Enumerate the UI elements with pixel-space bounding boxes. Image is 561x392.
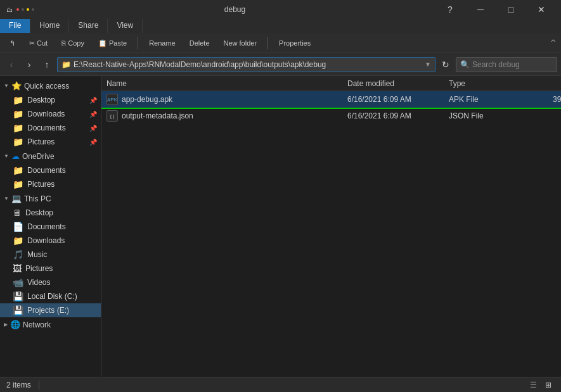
col-type-header[interactable]: Type	[449, 79, 525, 88]
minimize-button[interactable]: ─	[466, 0, 495, 19]
file-name: app-debug.apk	[122, 95, 172, 104]
file-date: 6/16/2021 6:09 AM	[347, 95, 449, 104]
sidebar-item-thispc-pictures[interactable]: 🖼 Pictures	[0, 262, 101, 275]
thispc-pictures-label: Pictures	[25, 264, 53, 273]
help-button[interactable]: ?	[435, 0, 465, 19]
col-date-header[interactable]: Date modified	[347, 79, 449, 88]
file-size: 1 KB	[525, 111, 561, 120]
up-button[interactable]: ↑	[39, 57, 55, 72]
ribbon: File Home Share View ↰ ✂ Cut ⎘ Copy 📋 Pa…	[0, 19, 561, 53]
json-file-icon: { }	[106, 110, 118, 122]
network-icon: 🌐	[10, 320, 20, 329]
sidebar: ▼ ⭐ Quick access 📁 Desktop 📌 📁 Downloads…	[0, 76, 101, 377]
documents-label: Documents	[27, 123, 66, 132]
thispc-music-icon: 🎵	[13, 250, 23, 260]
window-controls-right[interactable]: ? ─ □ ✕	[435, 0, 556, 19]
documents-pin-icon: 📌	[89, 125, 97, 132]
sidebar-item-downloads-quick[interactable]: 📁 Downloads 📌	[0, 107, 101, 121]
copy-button[interactable]: ⎘ Copy	[56, 37, 90, 49]
ribbon-divider2	[268, 37, 268, 49]
forward-button[interactable]: ›	[22, 57, 37, 72]
sidebar-item-local-disk[interactable]: 💾 Local Disk (C:)	[0, 289, 101, 303]
rename-button[interactable]: Rename	[143, 37, 181, 49]
cut-button[interactable]: ✂ Cut	[23, 37, 53, 50]
apk-file-icon: APK	[106, 94, 118, 105]
sidebar-section-network[interactable]: ▶ 🌐 Network	[0, 317, 101, 332]
sidebar-section-thispc[interactable]: ▼ 💻 This PC	[0, 191, 101, 206]
col-name-header[interactable]: Name	[106, 79, 347, 88]
sidebar-section-onedrive[interactable]: ▼ ☁ OneDrive	[0, 149, 101, 163]
ribbon-collapse[interactable]: ⌃	[549, 37, 557, 49]
sidebar-item-desktop-quick[interactable]: 📁 Desktop 📌	[0, 93, 101, 107]
navigation-bar: ‹ › ↑ 📁 E:\React-Native-Apps\RNModalDemo…	[0, 53, 561, 76]
table-row[interactable]: APK app-debug.apk 6/16/2021 6:09 AM APK …	[101, 91, 561, 108]
thispc-videos-label: Videos	[27, 278, 50, 287]
downloads-pin-icon: 📌	[89, 111, 97, 118]
pictures-pin-icon: 📌	[89, 139, 97, 146]
desktop-label: Desktop	[27, 96, 55, 104]
pictures-folder-icon: 📁	[13, 137, 23, 147]
thispc-downloads-icon: 📁	[13, 236, 23, 246]
network-label: Network	[23, 320, 51, 329]
sidebar-item-thispc-music[interactable]: 🎵 Music	[0, 248, 101, 262]
status-bar: 2 items ☰ ⊞	[0, 377, 561, 392]
quick-access-chevron: ▼	[4, 83, 9, 89]
sidebar-item-thispc-downloads[interactable]: 📁 Downloads	[0, 234, 101, 248]
sidebar-item-documents-quick[interactable]: 📁 Documents 📌	[0, 121, 101, 135]
sidebar-section-quick-access[interactable]: ▼ ⭐ Quick access	[0, 79, 101, 93]
close-button[interactable]: ✕	[527, 0, 556, 19]
thispc-music-label: Music	[27, 250, 47, 259]
sidebar-item-thispc-videos[interactable]: 📹 Videos	[0, 275, 101, 289]
sidebar-item-onedrive-documents[interactable]: 📁 Documents	[0, 163, 101, 177]
ribbon-content: ↰ ✂ Cut ⎘ Copy 📋 Paste Rename Delete New…	[0, 33, 561, 53]
file-name-cell: APK app-debug.apk	[106, 94, 347, 105]
details-view-button[interactable]: ☰	[527, 379, 539, 391]
downloads-folder-icon: 📁	[13, 109, 23, 119]
network-chevron: ▶	[4, 322, 8, 327]
main-layout: ▼ ⭐ Quick access 📁 Desktop 📌 📁 Downloads…	[0, 76, 561, 377]
paste-button[interactable]: 📋 Paste	[93, 37, 132, 50]
onedrive-pictures-label: Pictures	[27, 180, 55, 189]
sidebar-item-thispc-desktop[interactable]: 🖥 Desktop	[0, 206, 101, 220]
status-separator	[39, 381, 39, 389]
delete-button[interactable]: Delete	[184, 37, 216, 49]
undo-button[interactable]: ↰	[4, 37, 21, 50]
sidebar-item-projects[interactable]: 💾 Projects (E:)	[0, 303, 101, 317]
local-disk-icon: 💾	[13, 291, 23, 301]
search-bar[interactable]: 🔍 Search debug	[456, 57, 557, 72]
sidebar-item-thispc-documents[interactable]: 📄 Documents	[0, 220, 101, 234]
quick-access-star-icon: ⭐	[11, 81, 22, 91]
thispc-pictures-icon: 🖼	[13, 263, 22, 274]
thispc-desktop-label: Desktop	[25, 208, 53, 217]
desktop-pin-icon: 📌	[89, 97, 97, 104]
address-folder-icon: 📁	[61, 60, 71, 69]
window-title: debug	[38, 5, 432, 14]
tab-share[interactable]: Share	[69, 19, 108, 33]
quick-access-label: Quick access	[24, 82, 69, 91]
address-bar[interactable]: 📁 E:\React-Native-Apps\RNModalDemo\andro…	[57, 57, 435, 72]
documents-folder-icon: 📁	[13, 123, 23, 133]
refresh-button[interactable]: ↻	[438, 57, 453, 72]
file-type: JSON File	[449, 111, 525, 120]
maximize-button[interactable]: □	[496, 0, 526, 19]
file-type: APK File	[449, 95, 525, 104]
address-dropdown-icon[interactable]: ▼	[425, 61, 431, 68]
onedrive-documents-label: Documents	[27, 166, 66, 175]
item-count: 2 items	[6, 381, 31, 389]
col-size-header[interactable]: Size	[525, 79, 561, 88]
large-icons-view-button[interactable]: ⊞	[542, 379, 555, 391]
properties-button[interactable]: Properties	[273, 37, 316, 49]
sidebar-item-onedrive-pictures[interactable]: 📁 Pictures	[0, 177, 101, 191]
tab-view[interactable]: View	[108, 19, 143, 33]
dot3	[27, 8, 29, 11]
tab-home[interactable]: Home	[30, 19, 69, 33]
back-button[interactable]: ‹	[4, 57, 19, 72]
new-folder-button[interactable]: New folder	[218, 37, 263, 49]
onedrive-chevron: ▼	[4, 153, 9, 159]
content-area: Name Date modified Type Size APK app-deb…	[101, 76, 561, 377]
search-icon: 🔍	[460, 60, 470, 69]
tab-file[interactable]: File	[0, 19, 30, 33]
table-row[interactable]: { } output-metadata.json 6/16/2021 6:09 …	[101, 108, 561, 124]
onedrive-documents-icon: 📁	[13, 165, 23, 175]
sidebar-item-pictures-quick[interactable]: 📁 Pictures 📌	[0, 135, 101, 149]
